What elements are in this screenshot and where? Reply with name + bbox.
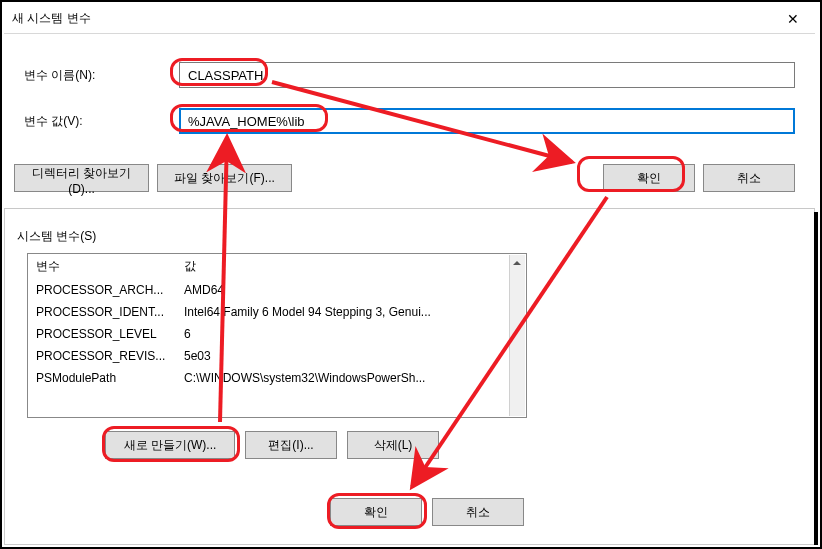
system-variables-label: 시스템 변수(S)	[17, 228, 96, 245]
titlebar: 새 시스템 변수 ✕	[4, 4, 815, 34]
list-item[interactable]: PROCESSOR_IDENT... Intel64 Family 6 Mode…	[28, 301, 526, 323]
dialog-title: 새 시스템 변수	[4, 10, 771, 27]
environment-variables-dialog: 시스템 변수(S) 변수 값 PROCESSOR_ARCH... AMD64 P…	[4, 202, 815, 545]
browse-file-button[interactable]: 파일 찾아보기(F)...	[157, 164, 292, 192]
list-item[interactable]: PSModulePath C:\WINDOWS\system32\Windows…	[28, 367, 526, 389]
close-icon[interactable]: ✕	[771, 4, 815, 34]
variable-value-input[interactable]	[179, 108, 795, 134]
list-header: 변수 값	[28, 254, 526, 279]
scrollbar[interactable]	[509, 255, 525, 416]
system-variables-list[interactable]: 변수 값 PROCESSOR_ARCH... AMD64 PROCESSOR_I…	[27, 253, 527, 418]
col-value: 값	[184, 258, 518, 275]
delete-button[interactable]: 삭제(L)	[347, 431, 439, 459]
list-item[interactable]: PROCESSOR_REVIS... 5e03	[28, 345, 526, 367]
ok-button-env[interactable]: 확인	[330, 498, 422, 526]
new-button[interactable]: 새로 만들기(W)...	[105, 431, 235, 459]
col-variable: 변수	[36, 258, 184, 275]
variable-name-label: 변수 이름(N):	[24, 67, 179, 84]
new-system-variable-dialog: 새 시스템 변수 ✕ 변수 이름(N): 변수 값(V): 디렉터리 찾아보기(…	[4, 4, 815, 209]
ok-button[interactable]: 확인	[603, 164, 695, 192]
browse-directory-button[interactable]: 디렉터리 찾아보기(D)...	[14, 164, 149, 192]
list-item[interactable]: PROCESSOR_ARCH... AMD64	[28, 279, 526, 301]
variable-value-label: 변수 값(V):	[24, 113, 179, 130]
cancel-button[interactable]: 취소	[703, 164, 795, 192]
cancel-button-env[interactable]: 취소	[432, 498, 524, 526]
edge-strip	[814, 212, 818, 545]
variable-name-input[interactable]	[179, 62, 795, 88]
edit-button[interactable]: 편집(I)...	[245, 431, 337, 459]
list-item[interactable]: PROCESSOR_LEVEL 6	[28, 323, 526, 345]
